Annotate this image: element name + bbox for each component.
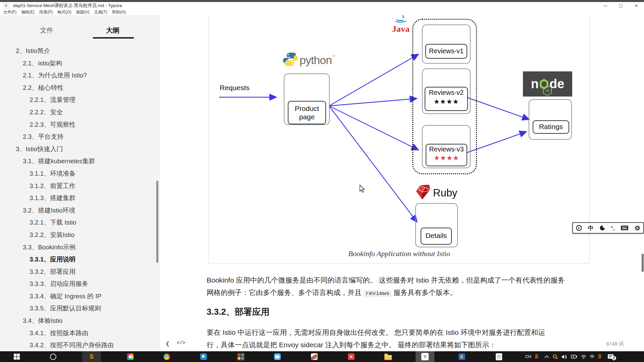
outline-item[interactable]: 3、Istio快速入门 (0, 143, 157, 156)
terminal-icon (237, 353, 245, 361)
reviews-v1-service: Reviews-v1 (425, 44, 467, 59)
blue-q-app-icon (200, 353, 207, 360)
outline-item[interactable]: 3.3.3、启动应用服务 (0, 278, 157, 290)
outline-item[interactable]: 3.4.2、按照不同用户身份路由 (0, 339, 157, 352)
wifi-icon[interactable] (581, 355, 587, 359)
edraw-icon: E (459, 353, 465, 360)
taskbar-sublime[interactable]: S (88, 353, 95, 360)
cortana-button[interactable] (49, 353, 57, 360)
taskbar-red-app[interactable]: ✕ (347, 353, 355, 360)
sidebar-scrollbar[interactable] (156, 181, 158, 263)
sogou-logo-icon[interactable] (576, 225, 582, 231)
outline-item[interactable]: 3.3.2、部署应用 (0, 266, 157, 278)
section-heading[interactable]: 3.3.2、部署应用 (207, 306, 270, 318)
moon-night-mode-icon[interactable] (599, 225, 605, 231)
red-x-app-icon: ✕ (348, 353, 355, 360)
taskbar-typora[interactable]: T (421, 353, 429, 360)
close-button[interactable]: ✕ (629, 2, 644, 9)
taskbar-color-tool[interactable] (126, 353, 134, 360)
outline-item[interactable]: 3.2、搭建Istio环境 (0, 204, 157, 217)
ime-settings-gear-icon[interactable] (634, 225, 641, 231)
typora-app-icon: T (3, 3, 9, 9)
tray-ime-mode[interactable]: 中 (590, 354, 595, 360)
reviews-v2-label: Reviews-v2 (429, 89, 464, 96)
menu-item-edit[interactable]: 编辑(E) (21, 9, 35, 15)
outline-item[interactable]: 3.3.1、应用说明 (0, 253, 157, 266)
sogou-tray-icon[interactable]: S (535, 354, 538, 360)
taskbar-file-explorer[interactable] (384, 353, 392, 360)
source-code-mode-button[interactable]: </> (177, 340, 185, 346)
outline-item[interactable]: 3.1.1、环境准备 (0, 168, 157, 180)
tab-files[interactable]: 文件 (32, 26, 62, 35)
outline-item[interactable]: 2.1、istio架构 (0, 57, 157, 70)
taskbar-robot-app[interactable] (274, 353, 281, 360)
paragraph-deploy[interactable]: 要在 Istio 中运行这一应用，无需对应用自身做出任何改变。 您只要简单的在 … (207, 326, 550, 351)
outline-list: 2、Istio简介2.1、istio架构2.1、为什么使用 Istio?2.2、… (0, 45, 157, 352)
typora-icon: T (421, 353, 429, 360)
ratings-service: Ratings (533, 120, 569, 134)
taskbar-notepadpp[interactable]: ++ (311, 353, 318, 360)
java-wordmark: Java (391, 24, 411, 34)
notification-badge: 2 (612, 356, 616, 360)
outline-item[interactable]: 3.2.2、安装Istio (0, 229, 157, 241)
bookinfo-diagram: Requests python ™ Java (209, 15, 590, 263)
ime-language-mode[interactable]: 中 (588, 224, 594, 232)
sogou-tray-icon-2[interactable]: S (598, 354, 601, 360)
robot-app-icon (274, 353, 281, 360)
sidebar-collapse-button[interactable]: ❮ (165, 340, 170, 347)
taskbar-edraw[interactable]: E (458, 353, 466, 360)
outline-item[interactable]: 2.3、平台支持 (0, 131, 157, 143)
volume-icon[interactable] (561, 354, 568, 359)
outline-item[interactable]: 2.2.1、流量管理 (0, 94, 157, 106)
windows-logo-icon (14, 354, 20, 360)
outline-item[interactable]: 2、Istio简介 (0, 45, 157, 57)
requests-label: Requests (220, 84, 250, 92)
sogou-ime-toolbar: 中 °, (572, 222, 644, 234)
search-magnifier-icon[interactable] (552, 354, 558, 360)
window-controls: — ▢ ✕ (598, 2, 644, 9)
maximize-button[interactable]: ▢ (613, 2, 629, 9)
outline-item[interactable]: 3.3、Bookinfo示例 (0, 241, 157, 254)
tray-language-indicator[interactable]: CH (525, 354, 531, 359)
figure-caption: Bookinfo Application without Istio (209, 249, 589, 258)
taskbar-notepad[interactable] (495, 353, 502, 360)
notification-center[interactable]: 2 (607, 354, 614, 360)
start-button[interactable] (13, 353, 20, 360)
outline-item[interactable]: 3.4、体验Istio (0, 315, 157, 327)
menu-item-help[interactable]: 帮助(H) (112, 9, 126, 15)
paragraph-bookinfo[interactable]: Bookinfo 应用中的几个微服务是由不同的语言编写的。 这些服务对 Isti… (207, 274, 566, 300)
taskbar-blue-app[interactable] (200, 353, 207, 360)
outline-item[interactable]: 2.2.2、安全 (0, 106, 157, 119)
outline-item[interactable]: 3.1.3、搭建集群 (0, 192, 157, 204)
menu-bar: 文件(F) 编辑(E) 段落(P) 格式(O) 视图(V) 主题(T) 帮助(H… (0, 9, 644, 15)
menu-item-format[interactable]: 格式(O) (57, 9, 71, 15)
battery-icon[interactable] (571, 355, 577, 359)
outline-item[interactable]: 2.2、核心特性 (0, 82, 157, 94)
system-tray: CH S 中 S 2 (525, 351, 614, 362)
outline-item[interactable]: 3.1.2、前置工作 (0, 180, 157, 192)
ime-punctuation-toggle[interactable]: °, (611, 225, 615, 231)
cortana-ring-icon (50, 354, 56, 360)
outline-item[interactable]: 2.1、为什么使用 Istio? (0, 69, 157, 82)
taskbar-chrome[interactable] (163, 353, 170, 360)
outline-item[interactable]: 3.2.1、下载 Istio (0, 217, 157, 229)
outline-item[interactable]: 3.4.1、按照版本路由 (0, 327, 157, 340)
taskbar-terminal[interactable] (237, 353, 245, 360)
taskbar: S ++ ✕ T E CH S (0, 351, 644, 362)
outline-item[interactable]: 2.2.3、可观察性 (0, 119, 157, 131)
minimize-button[interactable]: — (598, 2, 613, 9)
node-js-badge: JS (542, 85, 552, 96)
editor-scrollbar[interactable] (642, 254, 644, 272)
menu-item-view[interactable]: 视图(V) (76, 9, 90, 15)
outline-item[interactable]: 3.3.5、应用默认目标规则 (0, 302, 157, 315)
outline-item[interactable]: 3.1、搭建kubernetes集群 (0, 155, 157, 168)
tab-outline[interactable]: 大纲 (98, 26, 128, 35)
menu-item-file[interactable]: 文件(F) (3, 9, 16, 15)
tray-expand-chevron-icon[interactable] (544, 355, 549, 358)
folder-icon (384, 355, 392, 360)
soft-keyboard-icon[interactable] (621, 225, 629, 231)
outline-item[interactable]: 3.3.4、确定 Ingress 的 IP (0, 290, 157, 303)
menu-item-paragraph[interactable]: 段落(P) (39, 9, 53, 15)
menu-item-themes[interactable]: 主题(T) (94, 9, 107, 15)
notepad-icon (496, 353, 502, 360)
